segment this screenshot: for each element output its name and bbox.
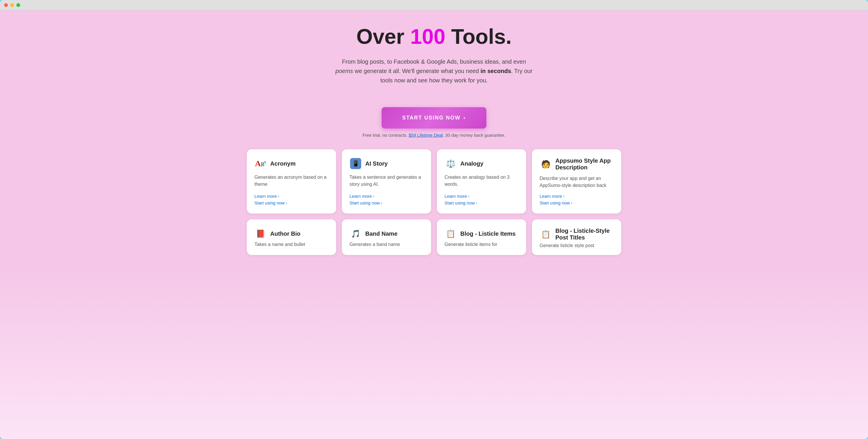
chevron-right-icon: › [373, 194, 374, 198]
ai-story-start-using-link[interactable]: Start using now › [349, 200, 424, 205]
minimize-button[interactable] [10, 3, 14, 7]
acronym-learn-more-link[interactable]: Learn more › [254, 194, 329, 199]
acronym-icon: ABc [254, 158, 267, 170]
tool-name-author-bio: Author Bio [270, 231, 300, 237]
tool-card-analogy: ⚖️ Analogy Creates an analogy based on 3… [437, 149, 526, 213]
tool-name-band-name: Band Name [365, 231, 398, 237]
tool-card-blog-listicle: 📋 Blog - Listicle Items Generate listicl… [437, 220, 526, 255]
tool-name-analogy: Analogy [460, 160, 484, 167]
tools-grid: ABc Acronym Generates an acronym based o… [247, 149, 621, 213]
maximize-button[interactable] [17, 3, 20, 7]
analogy-icon: ⚖️ [444, 158, 457, 170]
tool-desc-blog-listicle-titles: Generate listicle style post [539, 242, 614, 249]
analogy-learn-more-link[interactable]: Learn more › [444, 194, 519, 199]
start-using-now-button[interactable]: START USING NOW › [382, 107, 486, 129]
tool-desc-analogy: Creates an analogy based on 3 words. [444, 174, 519, 189]
ai-story-learn-more-link[interactable]: Learn more › [349, 194, 424, 199]
blog-listicle-titles-icon: 📋 [539, 228, 552, 240]
tool-name-ai-story: AI Story [365, 160, 388, 167]
main-content: Over 100 Tools. From blog posts, to Face… [0, 10, 868, 439]
tool-card-header-appsumo: 🧑 Appsumo Style App Description [539, 158, 614, 171]
lifetime-deal-link[interactable]: $59 Lifetime Deal [408, 133, 443, 138]
acronym-start-using-link[interactable]: Start using now › [254, 200, 329, 205]
tool-desc-appsumo: Describe your app and get an AppSumo-sty… [539, 175, 614, 189]
author-bio-icon: 📕 [254, 228, 267, 240]
tool-links-acronym: Learn more › Start using now › [254, 194, 329, 205]
tool-card-header-blog-listicle-titles: 📋 Blog - Listicle-Style Post Titles [539, 228, 614, 241]
analogy-start-using-link[interactable]: Start using now › [444, 200, 519, 205]
tool-name-appsumo: Appsumo Style App Description [555, 158, 614, 171]
tool-links-ai-story: Learn more › Start using now › [349, 194, 424, 205]
appsumo-start-using-link[interactable]: Start using now › [539, 200, 614, 205]
tool-card-header-author-bio: 📕 Author Bio [254, 228, 329, 240]
tool-card-header-band-name: 🎵 Band Name [349, 228, 424, 240]
hero-title: Over 100 Tools. [332, 25, 536, 48]
tool-card-band-name: 🎵 Band Name Generates a band name [342, 220, 431, 255]
title-bar [0, 0, 868, 10]
tool-card-blog-listicle-titles: 📋 Blog - Listicle-Style Post Titles Gene… [532, 220, 621, 255]
tool-card-author-bio: 📕 Author Bio Takes a name and bullet [247, 220, 336, 255]
tool-card-header-acronym: ABc Acronym [254, 158, 329, 170]
blog-listicle-icon: 📋 [444, 228, 457, 240]
tool-card-acronym: ABc Acronym Generates an acronym based o… [247, 149, 336, 213]
tool-card-header-ai-story: 📱 AI Story [349, 158, 424, 170]
chevron-right-icon: › [571, 201, 572, 205]
tool-links-appsumo: Learn more › Start using now › [539, 194, 614, 205]
tool-name-acronym: Acronym [270, 160, 296, 167]
close-button[interactable] [4, 3, 8, 7]
appsumo-icon: 🧑 [539, 158, 552, 170]
tool-desc-blog-listicle: Generate listicle items for [444, 241, 519, 248]
chevron-right-icon: › [468, 194, 469, 198]
chevron-right-icon: › [278, 194, 279, 198]
band-name-icon: 🎵 [349, 228, 362, 240]
hero-subtitle: From blog posts, to Facebook & Google Ad… [332, 57, 536, 85]
chevron-right-icon: › [381, 201, 382, 205]
hero-section: Over 100 Tools. From blog posts, to Face… [332, 25, 536, 96]
tool-desc-author-bio: Takes a name and bullet [254, 241, 329, 248]
tool-card-header-analogy: ⚖️ Analogy [444, 158, 519, 170]
tool-desc-acronym: Generates an acronym based on a theme [254, 174, 329, 189]
chevron-right-icon: › [286, 201, 287, 205]
chevron-right-icon: › [476, 201, 477, 205]
cta-section: START USING NOW › Free trial, no contrac… [363, 107, 506, 138]
appsumo-learn-more-link[interactable]: Learn more › [539, 194, 614, 199]
tool-desc-band-name: Generates a band name [349, 241, 424, 248]
tools-grid-bottom: 📕 Author Bio Takes a name and bullet 🎵 B… [247, 220, 621, 255]
browser-window: Over 100 Tools. From blog posts, to Face… [0, 0, 868, 439]
cta-subtext: Free trial, no contracts. $59 Lifetime D… [363, 133, 506, 138]
tool-card-appsumo: 🧑 Appsumo Style App Description Describe… [532, 149, 621, 213]
tool-links-analogy: Learn more › Start using now › [444, 194, 519, 205]
tool-name-blog-listicle: Blog - Listicle Items [460, 231, 516, 237]
ai-story-icon: 📱 [349, 158, 362, 170]
tool-name-blog-listicle-titles: Blog - Listicle-Style Post Titles [555, 228, 614, 241]
tool-card-ai-story: 📱 AI Story Takes a sentence and generate… [342, 149, 431, 213]
tool-desc-ai-story: Takes a sentence and generates a story u… [349, 174, 424, 189]
tool-card-header-blog-listicle: 📋 Blog - Listicle Items [444, 228, 519, 240]
chevron-right-icon: › [563, 194, 564, 198]
